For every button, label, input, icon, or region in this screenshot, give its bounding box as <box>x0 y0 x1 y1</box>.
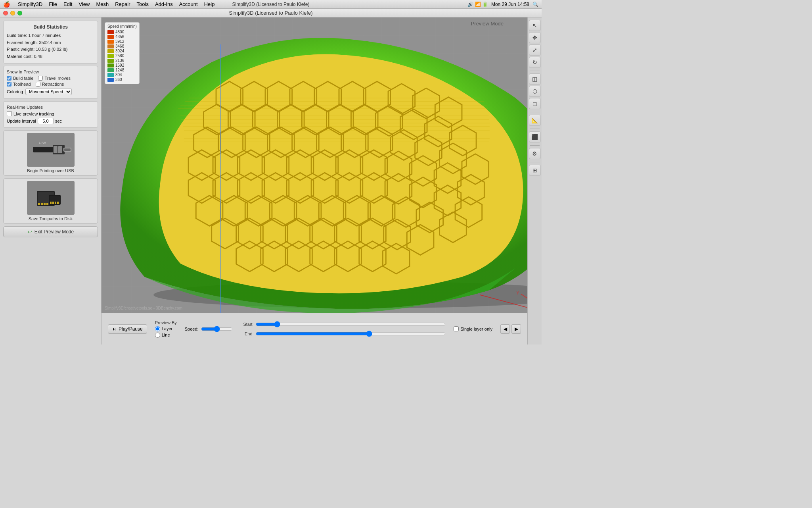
svg-text:USB: USB <box>39 141 46 145</box>
start-label: Start <box>241 322 253 327</box>
move-tool-button[interactable]: ✥ <box>529 32 541 43</box>
settings-button[interactable]: ⚙ <box>529 148 541 159</box>
speed-section: Speed: <box>185 326 233 332</box>
axes-button[interactable]: 📐 <box>529 115 541 126</box>
build-stats-title: Build Statistics <box>7 24 94 30</box>
svg-rect-3 <box>54 146 57 153</box>
start-slider-row: Start <box>241 321 446 327</box>
preview-by-line-label[interactable]: Line <box>155 333 177 338</box>
menubar-right: 🔊 📶 🔋 Mon 29 Jun 14:58 🔍 <box>467 2 538 7</box>
preview-by-layer-label[interactable]: Layer <box>155 326 177 331</box>
legend-row-5: 3024 <box>107 49 137 53</box>
select-tool-button[interactable]: ↖ <box>529 20 541 31</box>
search-icon[interactable]: 🔍 <box>532 2 538 7</box>
minimize-button[interactable] <box>10 11 15 15</box>
svg-rect-16 <box>46 203 48 205</box>
view-perspective-button[interactable]: ◫ <box>529 73 541 85</box>
coloring-label: Coloring <box>7 89 23 94</box>
legend-val-3: 3912 <box>115 39 124 44</box>
legend-val-4: 3468 <box>115 44 124 48</box>
menu-file[interactable]: File <box>46 0 60 8</box>
legend-val-5: 3024 <box>115 49 124 53</box>
retractions-checkbox-label[interactable]: Retractions <box>36 82 64 87</box>
menu-help[interactable]: Help <box>201 0 218 8</box>
menu-tools[interactable]: Tools <box>134 0 152 8</box>
preview-checkboxes-row1: Build table Travel moves <box>7 76 94 81</box>
menubar: 🍎 Simplify3D File Edit View Mesh Repair … <box>0 0 542 9</box>
legend-row-6: 2580 <box>107 54 137 58</box>
travel-moves-checkbox-label[interactable]: Travel moves <box>38 76 71 81</box>
traffic-lights <box>3 11 22 15</box>
preview-by-line-radio[interactable] <box>155 333 160 338</box>
print-preview-svg: X Z Y <box>102 17 527 313</box>
red-cube-button[interactable]: ⬛ <box>529 131 541 142</box>
legend-row-11: 360 <box>107 77 137 82</box>
exit-preview-label: Exit Preview Mode <box>34 229 74 235</box>
view-3d-button[interactable]: ⬡ <box>529 86 541 97</box>
menu-mesh[interactable]: Mesh <box>93 0 112 8</box>
update-interval-label: Update interval <box>7 119 36 123</box>
build-table-checkbox-label[interactable]: Build table <box>7 76 33 81</box>
legend-color-10 <box>107 73 114 77</box>
end-slider[interactable] <box>256 331 446 337</box>
preview-by-section: Preview By Layer Line <box>155 320 177 338</box>
window-title: Simplify3D (Licensed to Paulo Kiefe) <box>229 10 313 16</box>
speed-slider[interactable] <box>201 326 233 332</box>
exit-preview-button[interactable]: ↩ Exit Preview Mode <box>3 226 98 237</box>
play-pause-button[interactable]: ⏯ Play/Pause <box>108 324 147 334</box>
close-button[interactable] <box>3 11 8 15</box>
preview-mode-label: Preview Mode <box>471 21 504 27</box>
slider-section: Start End <box>241 321 446 337</box>
usb-print-card[interactable]: USB Begin Printing over USB <box>3 130 98 176</box>
disk-image <box>27 181 75 215</box>
build-time: Build time: 1 hour 7 minutes <box>7 32 94 39</box>
end-label: End <box>241 331 253 336</box>
legend-row-9: 1248 <box>107 68 137 72</box>
speed-legend: Speed (mm/min) 4800 4356 3912 3468 <box>105 22 140 84</box>
menu-simplify3d[interactable]: Simplify3D <box>15 0 46 8</box>
speed-legend-title: Speed (mm/min) <box>107 24 137 29</box>
show-in-preview-section: Show in Preview Build table Travel moves… <box>3 66 98 99</box>
menu-addins[interactable]: Add-Ins <box>152 0 176 8</box>
prev-layer-button[interactable]: ◀ <box>500 324 510 334</box>
menu-view[interactable]: View <box>75 0 93 8</box>
legend-val-11: 360 <box>115 77 122 82</box>
watermark: Simplify3D/creativetools.se - 3DBenchy.c… <box>105 306 182 310</box>
coloring-row: Coloring Movement Speed Feature Type Tem… <box>7 88 94 95</box>
preview-by-layer-radio[interactable] <box>155 326 160 331</box>
start-slider[interactable] <box>256 321 446 327</box>
next-layer-button[interactable]: ▶ <box>511 324 521 334</box>
rotate-tool-button[interactable]: ↻ <box>529 57 541 68</box>
end-slider-row: End <box>241 331 446 337</box>
retractions-checkbox[interactable] <box>36 82 40 87</box>
disk-save-card[interactable]: Save Toolpaths to Disk <box>3 178 98 224</box>
legend-row-1: 4800 <box>107 30 137 34</box>
live-tracking-checkbox[interactable] <box>7 111 12 116</box>
toolhead-checkbox-label[interactable]: Toolhead <box>7 82 31 87</box>
legend-row-3: 3912 <box>107 39 137 44</box>
view-box-button[interactable]: ◻ <box>529 98 541 109</box>
scale-tool-button[interactable]: ⤢ <box>529 44 541 56</box>
legend-row-10: 804 <box>107 73 137 77</box>
left-panel: Build Statistics Build time: 1 hour 7 mi… <box>0 17 102 344</box>
toolbar-divider-4 <box>530 145 540 146</box>
coloring-select[interactable]: Movement Speed Feature Type Temperature … <box>25 88 72 95</box>
legend-val-6: 2580 <box>115 54 124 58</box>
travel-moves-checkbox[interactable] <box>38 76 43 81</box>
toolbar-divider-2 <box>530 112 540 112</box>
grid-button[interactable]: ⊞ <box>529 165 541 176</box>
menu-repair[interactable]: Repair <box>112 0 133 8</box>
svg-rect-14 <box>41 203 43 205</box>
legend-color-7 <box>107 59 114 63</box>
maximize-button[interactable] <box>17 11 22 15</box>
build-table-checkbox[interactable] <box>7 76 11 81</box>
single-layer-checkbox[interactable] <box>454 326 459 331</box>
toolhead-checkbox[interactable] <box>7 82 11 87</box>
update-interval-input[interactable] <box>38 118 54 124</box>
menu-account[interactable]: Account <box>176 0 201 8</box>
apple-menu[interactable]: 🍎 <box>3 1 10 8</box>
legend-color-3 <box>107 40 114 44</box>
live-tracking-row: Live preview tracking <box>7 111 94 116</box>
viewport-canvas[interactable]: X Z Y Speed (mm/min) 4800 4356 39 <box>102 17 527 313</box>
menu-edit[interactable]: Edit <box>60 0 75 8</box>
